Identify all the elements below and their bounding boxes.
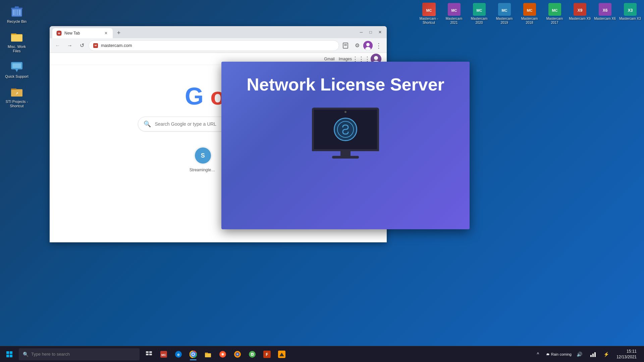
address-bar[interactable]: M mastercam.com <box>89 40 339 51</box>
desktop-icons-left: Recycle Bin Misc. Work Files <box>0 0 34 113</box>
desktop-icon-quick-support[interactable]: Quick Support <box>3 58 30 80</box>
desktop-icon-mc-x3[interactable]: X3 Mastercam X3 <box>618 1 643 26</box>
back-button[interactable]: ← <box>52 40 63 51</box>
desktop-icon-mc-2018[interactable]: MC Mastercam 2018 <box>517 1 542 26</box>
svg-point-59 <box>192 353 194 355</box>
address-url: mastercam.com <box>101 43 132 48</box>
taskbar: 🔍 Type here to search MC <box>0 346 644 362</box>
taskbar-center-icons: MC e <box>142 348 288 361</box>
taskbar-chrome[interactable] <box>186 348 200 361</box>
svg-text:F: F <box>266 352 268 357</box>
svg-point-70 <box>252 354 253 355</box>
profile-avatar[interactable] <box>363 41 373 50</box>
streamingteam-shortcut-icon: S <box>194 146 212 165</box>
taskbar-clock[interactable]: 15:11 12/13/2021 <box>614 348 639 361</box>
svg-rect-45 <box>6 351 9 354</box>
mc-2017-icon: MC <box>548 3 561 16</box>
svg-point-38 <box>366 43 370 46</box>
shortcut-streamingteam[interactable]: S Streamingtea... <box>187 143 219 175</box>
svg-rect-49 <box>146 351 149 353</box>
monitor-illustration <box>309 108 382 161</box>
reload-button[interactable]: ↺ <box>76 40 87 51</box>
taskbar-filezilla[interactable]: F <box>260 348 274 361</box>
tab-close-button[interactable]: ✕ <box>103 31 109 36</box>
svg-rect-11 <box>12 63 21 68</box>
svg-point-64 <box>222 353 224 355</box>
desktop-icons-topright: MC Mastercam - Shortcut MC Mastercam 202… <box>415 0 644 27</box>
svg-rect-51 <box>146 354 149 355</box>
mc-2019-icon: MC <box>498 3 511 16</box>
sti-projects-label: STI Projects - Shortcut <box>5 100 29 108</box>
browser-titlebar: M New Tab ✕ + ─ □ ✕ <box>50 26 387 38</box>
desktop-icon-mc-x6[interactable]: X6 Mastercam X6 <box>592 1 618 26</box>
taskbar-time: 15:11 <box>627 349 637 354</box>
close-button[interactable]: ✕ <box>376 28 384 36</box>
svg-rect-76 <box>592 354 594 357</box>
svg-text:MC: MC <box>426 8 432 12</box>
taskbar-search-icon: 🔍 <box>23 352 29 357</box>
desktop-icon-misc-work-files[interactable]: Misc. Work Files <box>3 28 30 55</box>
tab-favicon: M <box>56 31 62 36</box>
quick-support-icon <box>10 60 23 73</box>
svg-text:MC: MC <box>161 353 166 357</box>
taskbar-edge[interactable]: e <box>172 348 185 361</box>
menu-button[interactable]: ⋮ <box>373 40 384 51</box>
gmail-link[interactable]: Gmail <box>324 57 334 61</box>
start-button[interactable] <box>3 348 16 361</box>
svg-text:X9: X9 <box>577 8 582 13</box>
images-link[interactable]: Images <box>339 57 352 61</box>
taskbar-speaker[interactable]: 🔊 <box>574 349 585 360</box>
desktop-icon-mc-2019[interactable]: MC Mastercam 2019 <box>492 1 517 26</box>
mc-x3-label: Mastercam X3 <box>619 17 641 21</box>
forward-button[interactable]: → <box>64 40 75 51</box>
new-tab-button[interactable]: + <box>114 28 123 38</box>
taskbar-show-hidden[interactable]: ^ <box>533 349 543 360</box>
taskbar-right: ^ 🌧 Rain coming 🔊 ⚡ 15:11 12 <box>533 348 641 361</box>
desktop-icon-recycle-bin[interactable]: Recycle Bin <box>3 3 30 25</box>
taskbar-network[interactable] <box>588 349 598 360</box>
maximize-button[interactable]: □ <box>367 28 375 36</box>
svg-rect-48 <box>10 355 12 357</box>
misc-work-files-label: Misc. Work Files <box>5 45 29 53</box>
browser-tab-active[interactable]: M New Tab ✕ <box>52 28 113 38</box>
browser-toolbar: ← → ↺ M mastercam.com ⚙ <box>50 38 387 53</box>
taskbar-vlc[interactable] <box>275 348 288 361</box>
taskbar-search[interactable]: 🔍 Type here to search <box>19 348 140 360</box>
svg-text:MC: MC <box>552 8 557 12</box>
taskbar-battery[interactable]: ⚡ <box>601 349 612 360</box>
mc-x9-label: Mastercam X9 <box>569 17 590 21</box>
svg-rect-6 <box>15 6 19 8</box>
taskbar-mastercam[interactable]: MC <box>157 348 170 361</box>
minimize-button[interactable]: ─ <box>357 28 365 36</box>
svg-rect-52 <box>149 354 152 355</box>
recycle-bin-icon <box>10 5 23 18</box>
svg-text:MC: MC <box>527 8 532 12</box>
bookmark-button[interactable] <box>340 40 351 51</box>
quick-support-label: Quick Support <box>5 74 29 79</box>
address-favicon-icon: M <box>93 43 98 48</box>
svg-text:MC: MC <box>451 8 457 12</box>
taskbar-weather[interactable]: 🌧 Rain coming <box>546 352 572 356</box>
svg-text:X6: X6 <box>602 8 607 13</box>
svg-text:X3: X3 <box>628 8 633 13</box>
desktop-icon-mc-2017[interactable]: MC Mastercam 2017 <box>542 1 567 26</box>
svg-point-67 <box>236 353 238 355</box>
desktop-icon-mc-2022[interactable]: MC Mastercam - Shortcut <box>416 1 441 26</box>
desktop-icon-mc-2020[interactable]: MC Mastercam 2020 <box>467 1 492 26</box>
streamingteam-label: Streamingtea... <box>190 168 216 172</box>
taskbar-greenshot[interactable] <box>246 348 259 361</box>
svg-rect-9 <box>11 35 22 42</box>
taskbar-brave[interactable] <box>216 348 229 361</box>
extensions-button[interactable]: ⚙ <box>352 40 363 51</box>
svg-rect-77 <box>594 352 596 357</box>
taskbar-file-explorer[interactable] <box>201 348 215 361</box>
desktop-icon-mc-x9[interactable]: X9 Mastercam X9 <box>567 1 592 26</box>
svg-marker-12 <box>15 69 18 72</box>
taskbar-firefox[interactable] <box>231 348 244 361</box>
mc-2018-icon: MC <box>523 3 536 16</box>
desktop-icon-mc-2021[interactable]: MC Mastercam 2021 <box>441 1 467 26</box>
svg-rect-36 <box>344 44 347 46</box>
taskbar-task-view[interactable] <box>142 348 156 361</box>
desktop-icon-sti-projects[interactable]: ↗ STI Projects - Shortcut <box>3 83 30 110</box>
mc-2021-icon: MC <box>447 3 461 16</box>
